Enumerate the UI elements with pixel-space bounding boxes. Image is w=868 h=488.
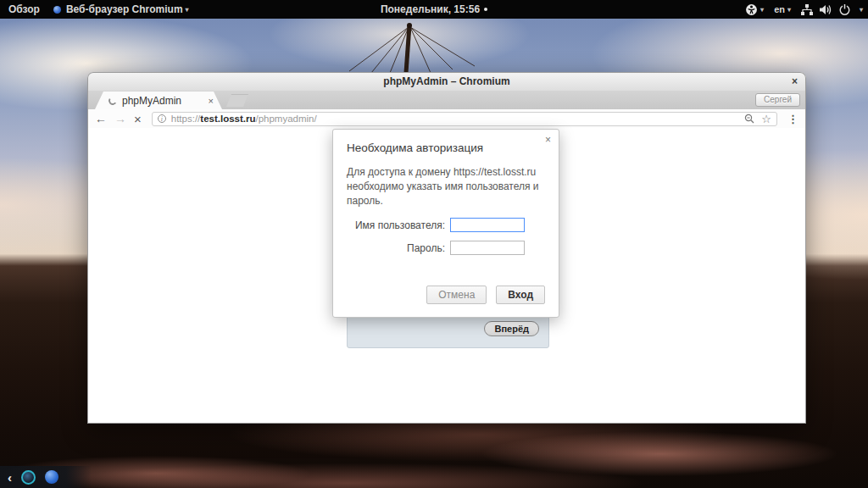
- chevron-left-icon[interactable]: ‹: [8, 471, 12, 484]
- auth-dialog-close-icon[interactable]: ×: [545, 134, 551, 146]
- chevron-down-icon: ▾: [186, 6, 189, 14]
- chromium-app-icon: [53, 6, 61, 14]
- tab-phpmyadmin[interactable]: phpMyAdmin ×: [95, 92, 222, 109]
- bookmark-star-icon[interactable]: ☆: [761, 114, 771, 125]
- window-title: phpMyAdmin – Chromium: [383, 75, 509, 87]
- address-bar[interactable]: i https://test.losst.ru/phpmyadmin/ ☆: [152, 112, 777, 126]
- dock-chromium-icon[interactable]: [21, 470, 36, 485]
- clock-label: Понедельник, 15:56: [381, 3, 480, 15]
- page-info-icon[interactable]: i: [158, 114, 166, 123]
- volume-icon: [820, 4, 832, 15]
- keyboard-layout-label: en: [774, 4, 785, 14]
- auth-dialog: Необходима авторизация × Для доступа к д…: [332, 129, 559, 318]
- forward-button[interactable]: →: [114, 113, 126, 125]
- password-label: Пароль:: [333, 242, 450, 254]
- chevron-down-icon: ▾: [860, 6, 863, 14]
- keyboard-layout-menu[interactable]: en ▾: [774, 4, 791, 14]
- tab-strip: phpMyAdmin × Сергей: [87, 91, 806, 109]
- username-field[interactable]: [450, 218, 525, 232]
- accessibility-menu[interactable]: ▾: [745, 3, 764, 16]
- username-label: Имя пользователя:: [333, 219, 450, 231]
- gnome-top-bar: Обзор Веб-браузер Chromium ▾ Понедельник…: [0, 0, 868, 19]
- system-menu[interactable]: ▾: [801, 4, 863, 15]
- window-titlebar[interactable]: phpMyAdmin – Chromium ×: [87, 72, 806, 91]
- dock-app-icon[interactable]: [45, 470, 58, 484]
- window-close-button[interactable]: ×: [792, 73, 798, 91]
- browser-window: phpMyAdmin – Chromium × phpMyAdmin × Сер…: [87, 72, 806, 424]
- zoom-icon[interactable]: [744, 114, 754, 124]
- loading-spinner-icon: [108, 96, 118, 106]
- new-tab-button[interactable]: [226, 94, 248, 107]
- activities-button[interactable]: Обзор: [8, 3, 40, 15]
- browser-toolbar: ← → × i https://test.losst.ru/phpmyadmin…: [87, 109, 806, 128]
- app-menu[interactable]: Веб-браузер Chromium ▾: [53, 3, 189, 15]
- auth-dialog-message: Для доступа к домену https://test.losst.…: [347, 165, 547, 208]
- network-icon: [801, 4, 813, 15]
- chevron-down-icon: ▾: [787, 6, 791, 14]
- cancel-button[interactable]: Отмена: [426, 286, 487, 304]
- url-text: https://test.losst.ru/phpmyadmin/: [171, 114, 740, 124]
- password-field[interactable]: [450, 241, 525, 255]
- notification-dot-icon: [484, 8, 487, 11]
- stop-button[interactable]: ×: [134, 113, 142, 125]
- profile-button[interactable]: Сергей: [755, 93, 800, 107]
- login-button[interactable]: Вход: [496, 286, 545, 304]
- tab-close-icon[interactable]: ×: [209, 96, 214, 106]
- ship-mast-graphic: [346, 19, 481, 73]
- auth-dialog-title: Необходима авторизация: [347, 141, 545, 154]
- browser-menu-icon[interactable]: ⋮: [785, 113, 798, 125]
- back-button[interactable]: ←: [95, 113, 107, 125]
- accessibility-icon: [745, 3, 758, 16]
- chevron-down-icon: ▾: [760, 6, 764, 14]
- power-icon: [839, 4, 850, 15]
- dock-fragment: ‹: [0, 466, 92, 488]
- go-button[interactable]: Вперёд: [484, 321, 539, 336]
- tab-label: phpMyAdmin: [122, 95, 203, 107]
- app-menu-label: Веб-браузер Chromium: [66, 3, 183, 15]
